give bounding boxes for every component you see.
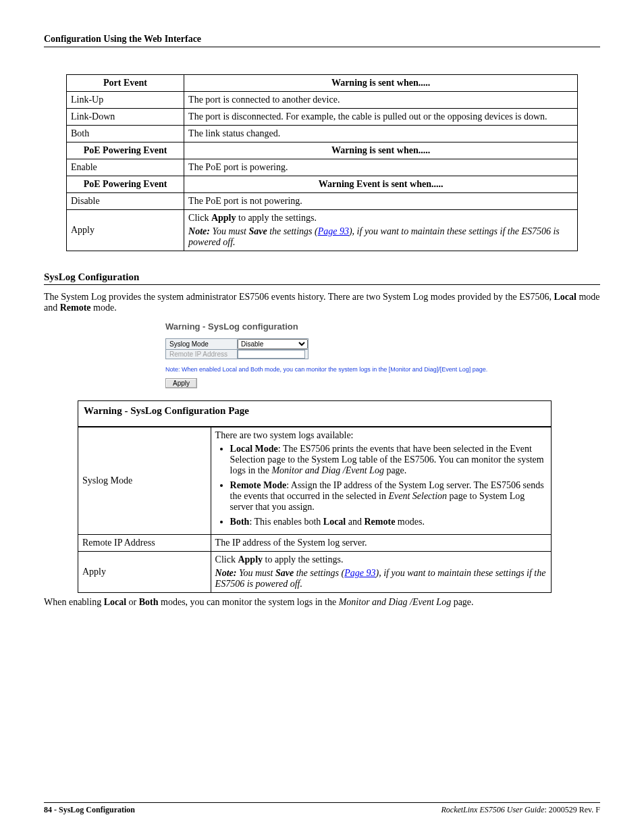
syslog-mode-label: Syslog Mode xyxy=(166,339,238,350)
remote-ip-label: Remote IP Address xyxy=(166,350,238,359)
table-row: Syslog Mode There are two system logs av… xyxy=(78,427,551,535)
remote-ip-input[interactable] xyxy=(238,350,305,359)
page-header: Configuration Using the Web Interface xyxy=(44,34,600,47)
table-row: Remote IP Address The IP address of the … xyxy=(78,535,551,552)
page-93-link-2[interactable]: Page 93 xyxy=(344,568,375,578)
syslog-config-table: Warning - SysLog Configuration Page Sysl… xyxy=(78,400,552,593)
intro-paragraph: The System Log provides the system admin… xyxy=(44,292,600,313)
syslog-mode-select[interactable]: Disable xyxy=(238,339,308,349)
section-title-syslog: SysLog Configuration xyxy=(44,271,600,285)
table-row: Disable The PoE port is not powering. xyxy=(66,193,577,210)
ui-note: Note: When enabled Local and Both mode, … xyxy=(165,366,600,373)
th-poe-1: PoE Powering Event xyxy=(66,142,184,159)
closing-paragraph: When enabling Local or Both modes, you c… xyxy=(44,597,600,608)
table-row: Apply Click Apply to apply the settings.… xyxy=(78,552,551,593)
table-row: Link-Up The port is connected to another… xyxy=(66,92,577,109)
th-poe-warn-2: Warning Event is sent when..... xyxy=(184,176,578,193)
ui-title: Warning - SysLog configuration xyxy=(165,321,600,332)
table-row: Apply Click Apply to apply the settings.… xyxy=(66,210,577,251)
table-row: Link-Down The port is disconnected. For … xyxy=(66,109,577,126)
port-event-table: Port Event Warning is sent when..... Lin… xyxy=(66,74,578,251)
page-93-link[interactable]: Page 93 xyxy=(318,226,349,236)
table-row: Enable The PoE port is powering. xyxy=(66,159,577,176)
apply-button[interactable]: Apply xyxy=(165,378,197,388)
page-footer: 84 - SysLog Configuration RocketLinx ES7… xyxy=(44,802,600,815)
th-poe-2: PoE Powering Event xyxy=(66,176,184,193)
th-warning: Warning is sent when..... xyxy=(184,75,578,92)
syslog-ui-screenshot: Warning - SysLog configuration Syslog Mo… xyxy=(165,321,600,388)
th-port-event: Port Event xyxy=(66,75,184,92)
syslog-config-table-title: Warning - SysLog Configuration Page xyxy=(78,401,551,427)
th-poe-warn-1: Warning is sent when..... xyxy=(184,142,578,159)
table-row: Both The link status changed. xyxy=(66,126,577,142)
